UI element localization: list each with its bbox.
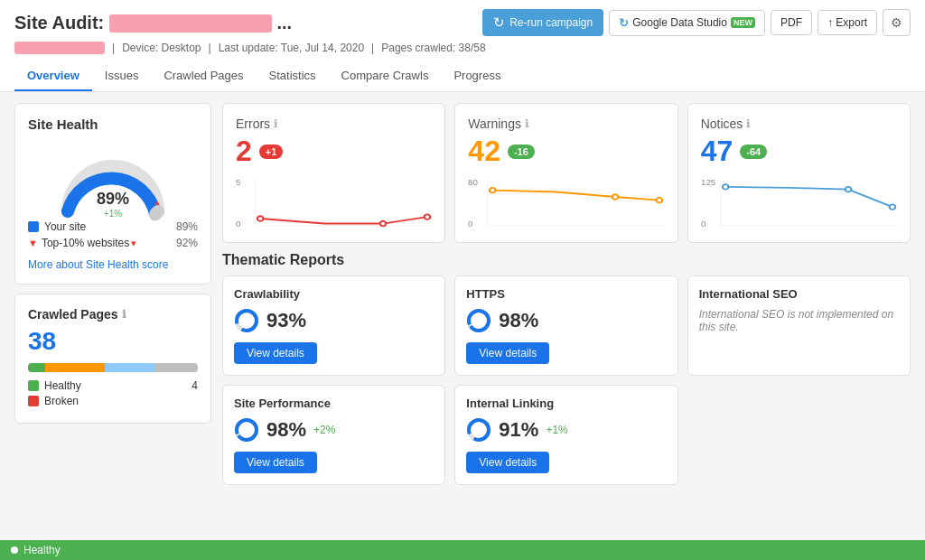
errors-value-row: 2 +1 xyxy=(236,135,432,168)
header-actions: ↻ Re-run campaign ↻ Google Data Studio N… xyxy=(482,9,911,36)
status-label: Healthy xyxy=(23,544,61,556)
header-top: Site Audit: ... ↻ Re-run campaign ↻ Goog… xyxy=(14,9,911,36)
errors-card: Errors ℹ 2 +1 5 0 xyxy=(222,103,445,243)
top10-value: 92% xyxy=(176,237,198,249)
svg-point-14 xyxy=(490,188,496,193)
notices-value: 47 xyxy=(701,135,733,168)
google-data-studio-button[interactable]: ↻ Google Data Studio NEW xyxy=(609,10,765,36)
project-name-blurred xyxy=(109,14,272,33)
right-panel: Errors ℹ 2 +1 5 0 xyxy=(222,103,911,542)
title-area: Site Audit: ... xyxy=(14,13,292,33)
crawled-pages-progress-bar xyxy=(28,363,198,372)
svg-point-9 xyxy=(425,214,431,219)
notices-chart: 125 0 xyxy=(701,175,897,229)
internal-linking-view-button[interactable]: View details xyxy=(466,452,549,473)
warnings-badge: -16 xyxy=(508,145,535,159)
rerun-button[interactable]: ↻ Re-run campaign xyxy=(482,9,603,36)
warnings-value: 42 xyxy=(468,135,500,168)
legend-top10: ▼ Top-10% websites ▾ 92% xyxy=(28,237,198,249)
https-view-button[interactable]: View details xyxy=(466,342,549,364)
pb-blocked xyxy=(155,363,198,372)
crawlability-score: 93% xyxy=(266,309,306,332)
site-performance-circle-icon xyxy=(234,417,259,443)
export-icon: ↑ xyxy=(827,16,833,29)
report-crawlability: Crawlability 93% View details xyxy=(222,275,445,376)
site-performance-score-row: 98% +2% xyxy=(234,417,434,443)
report-international-seo: International SEO International SEO is n… xyxy=(687,275,911,376)
warnings-label: Warnings ℹ xyxy=(468,117,664,131)
pdf-label: PDF xyxy=(780,16,802,29)
nav-tabs: Overview Issues Crawled Pages Statistics… xyxy=(14,61,911,91)
meta-separator-3: | xyxy=(371,42,374,54)
thematic-reports-title: Thematic Reports xyxy=(222,252,911,268)
your-site-label: Your site xyxy=(44,220,86,233)
healthy-value: 4 xyxy=(192,379,198,392)
left-panel: Site Health 89% +1% xyxy=(14,103,211,542)
crawlability-score-row: 93% xyxy=(234,308,434,333)
tab-issues[interactable]: Issues xyxy=(92,61,152,91)
https-circle-icon xyxy=(466,308,491,333)
tab-compare-crawls[interactable]: Compare Crawls xyxy=(329,61,442,91)
report-site-performance: Site Performance 98% +2% View details xyxy=(222,385,445,485)
https-score-row: 98% xyxy=(466,308,666,333)
notices-badge: -64 xyxy=(740,145,767,159)
broken-dot xyxy=(28,396,39,406)
broken-label: Broken xyxy=(44,395,79,407)
your-site-dot xyxy=(28,221,39,232)
https-score: 98% xyxy=(499,309,538,332)
crawlability-title: Crawlability xyxy=(234,287,434,301)
status-dot xyxy=(11,546,18,554)
legend-your-site: Your site 89% xyxy=(28,220,198,233)
device-meta: Device: Desktop xyxy=(122,42,201,54)
warnings-info-icon[interactable]: ℹ xyxy=(525,117,529,130)
reports-grid: Crawlability 93% View details HTTPS xyxy=(222,275,911,485)
report-https: HTTPS 98% View details xyxy=(454,275,677,376)
site-performance-title: Site Performance xyxy=(234,397,434,410)
top10-label: Top-10% websites xyxy=(42,237,129,249)
errors-value: 2 xyxy=(236,135,252,168)
status-bar: Healthy xyxy=(0,540,925,560)
internal-linking-circle-icon xyxy=(466,417,491,443)
internal-linking-score: 91% xyxy=(499,418,538,442)
tab-crawled-pages[interactable]: Crawled Pages xyxy=(151,61,256,91)
tab-overview[interactable]: Overview xyxy=(14,61,92,91)
export-label: Export xyxy=(836,16,867,29)
meta-separator-2: | xyxy=(209,42,211,54)
tab-statistics[interactable]: Statistics xyxy=(257,61,329,91)
crawled-legend: Healthy 4 Broken xyxy=(28,379,198,407)
main-content: Site Health 89% +1% xyxy=(0,92,925,553)
healthy-dot xyxy=(28,380,39,391)
svg-point-23 xyxy=(889,204,895,210)
svg-point-15 xyxy=(612,194,619,200)
gauge-container: 89% +1% xyxy=(28,139,198,220)
notices-info-icon[interactable]: ℹ xyxy=(746,117,751,130)
pb-healthy xyxy=(28,363,45,372)
svg-point-29 xyxy=(237,420,257,440)
crawlability-view-button[interactable]: View details xyxy=(234,342,317,364)
cl-broken: Broken xyxy=(28,395,198,407)
tab-progress[interactable]: Progress xyxy=(441,61,513,91)
errors-badge: +1 xyxy=(259,145,284,159)
svg-text:80: 80 xyxy=(468,179,478,187)
pb-redirect xyxy=(105,363,155,372)
google-icon: ↻ xyxy=(619,16,629,30)
errors-chart: 5 0 xyxy=(236,175,432,229)
project-name-meta xyxy=(14,42,105,54)
svg-point-7 xyxy=(257,216,264,221)
svg-point-27 xyxy=(469,311,489,331)
svg-point-16 xyxy=(657,198,663,203)
notices-value-row: 47 -64 xyxy=(701,135,897,168)
errors-info-icon[interactable]: ℹ xyxy=(274,117,278,130)
crawled-pages-info-icon[interactable]: ℹ xyxy=(122,308,126,321)
gauge-svg: 89% +1% xyxy=(54,139,172,220)
more-site-health-link[interactable]: More about Site Health score xyxy=(28,258,168,271)
internal-linking-delta: +1% xyxy=(546,424,567,436)
pdf-button[interactable]: PDF xyxy=(771,10,812,35)
export-button[interactable]: ↑ Export xyxy=(818,10,877,35)
site-performance-view-button[interactable]: View details xyxy=(234,452,317,473)
pb-broken xyxy=(45,363,105,372)
settings-button[interactable]: ⚙ xyxy=(883,9,911,36)
international-seo-title: International SEO xyxy=(699,287,899,301)
site-health-card: Site Health 89% +1% xyxy=(14,103,211,285)
crawled-pages-title-text: Crawled Pages xyxy=(28,307,118,322)
